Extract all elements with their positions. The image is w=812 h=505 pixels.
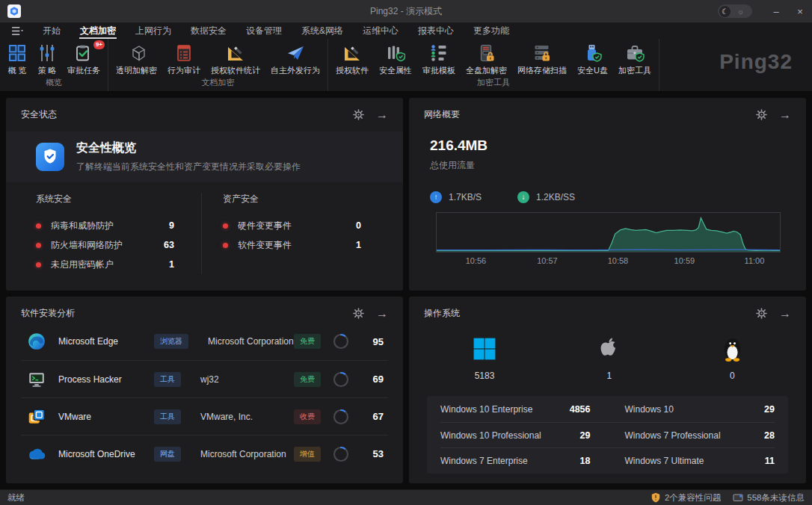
menu-tab[interactable]: 报表中心 [408, 22, 464, 39]
dashboard: 安全状态 → 安全性概览 了解终端当前系统安全性和资产变更情况并采取必要操作 系… [0, 92, 812, 489]
upload-speed: ↑ 1.7KB/S [430, 191, 482, 203]
status-ready: 就绪 [7, 492, 25, 504]
software-score: 69 [360, 374, 384, 385]
gear-icon[interactable] [353, 308, 364, 319]
software-row[interactable]: Process Hacker 工具 wj32 免费 69 [21, 360, 388, 397]
os-summary-item: 5183 [472, 336, 497, 381]
fence-shield-icon [386, 43, 405, 63]
windows-icon [472, 336, 497, 362]
ribbon-button[interactable]: 透明加解密 [111, 43, 162, 76]
unread-messages[interactable]: 558条未读信息 [733, 492, 805, 504]
os-version-count: 18 [580, 456, 591, 466]
gear-icon[interactable] [756, 308, 767, 319]
shield-warning-icon [650, 492, 661, 503]
software-vendor: wj32 [200, 374, 294, 385]
security-metric-row[interactable]: 病毒和威胁防护 9 [36, 216, 174, 235]
menu-tab[interactable]: 运维中心 [353, 22, 408, 39]
metric-value: 0 [356, 220, 361, 231]
software-score: 67 [360, 411, 384, 422]
main-menu-button[interactable] [7, 26, 27, 36]
arrow-right-icon[interactable]: → [779, 109, 791, 121]
security-metric-row[interactable]: 防火墙和网络防护 63 [36, 235, 174, 255]
ribbon-button[interactable]: 审批任务 9+ [62, 43, 105, 76]
theme-toggle[interactable]: ☾ ☼ [718, 4, 752, 18]
ribbon-button[interactable]: 安全U盘 [572, 43, 613, 76]
software-row[interactable]: VMware 工具 VMware, Inc. 收费 67 [21, 397, 388, 435]
price-badge: 免费 [294, 334, 321, 349]
x-tick-label: 10:58 [608, 256, 629, 265]
os-version-count: 29 [764, 404, 775, 415]
os-version-count: 28 [764, 430, 775, 441]
ribbon-group: 透明加解密 行为审计 授权软件统计 自主外发行为 文档加密 [108, 39, 328, 91]
window-controls: ☾ ☼ – × [718, 0, 812, 22]
panel-title: 网络概要 [424, 108, 460, 121]
ribbon-button[interactable]: 加密工具 [613, 43, 656, 76]
gear-icon[interactable] [353, 109, 364, 120]
software-row[interactable]: Microsoft OneDrive 网盘 Microsoft Corporat… [21, 435, 388, 472]
os-version-label: Windows 7 Professional [625, 430, 721, 441]
software-name: VMware [58, 412, 154, 422]
ribbon: 概 览 策 略 审批任务 9+ 概览 透明加解密 行为审计 授权软件统计 自主外… [0, 39, 812, 92]
menu-tab[interactable]: 更多功能 [464, 22, 519, 39]
menu-tab[interactable]: 文档加密 [70, 22, 126, 39]
ribbon-button[interactable]: 全盘加解密 [461, 43, 512, 76]
org-template-icon [429, 43, 449, 63]
os-version-label: Windows 7 Ultimate [625, 456, 704, 466]
ribbon-button[interactable]: 审批模板 [417, 43, 461, 76]
menu-tabs: 开始文档加密上网行为数据安全设备管理系统&网络运维中心报表中心更多功能 [33, 22, 519, 39]
arrow-right-icon[interactable]: → [376, 308, 388, 320]
moon-icon: ☾ [719, 6, 731, 17]
close-button[interactable]: × [788, 0, 812, 22]
metric-value: 1 [356, 240, 361, 250]
titlebar: Ping32 - 演示模式 ☾ ☼ – × [0, 0, 812, 22]
os-count: 1 [607, 371, 612, 381]
ribbon-button[interactable]: 行为审计 [162, 43, 206, 76]
software-list: Microsoft Edge 浏览器 Microsoft Corporation… [21, 323, 388, 472]
ribbon-group: 授权软件 安全属性 审批模板 全盘加解密 网络存储扫描 安全U盘 加密工具 加密… [328, 39, 659, 91]
software-name: Microsoft OneDrive [58, 449, 154, 459]
app-window: Ping32 - 演示模式 ☾ ☼ – × 开始文档加密上网行为数据安全设备管理… [0, 0, 812, 505]
download-arrow-icon: ↓ [517, 191, 529, 203]
ribbon-button[interactable]: 策 略 [32, 43, 62, 76]
arrow-right-icon[interactable]: → [779, 308, 791, 320]
menu-tab[interactable]: 上网行为 [126, 22, 181, 39]
metric-value: 63 [164, 240, 174, 250]
ribbon-button[interactable]: 授权软件统计 [206, 43, 265, 76]
software-score: 95 [360, 336, 384, 347]
download-speed: ↓ 1.2KB/SS [517, 191, 575, 203]
chart-x-axis: 10:5610:5710:5810:5911:00 [436, 256, 781, 268]
security-metric-row[interactable]: 硬件变更事件 0 [223, 216, 361, 235]
download-speed-value: 1.2KB/SS [536, 192, 575, 202]
security-metric-row[interactable]: 未启用密码帐户 1 [36, 255, 174, 274]
vmware-icon [27, 407, 46, 427]
approval-tasks-icon [74, 43, 93, 63]
os-summary: 5183 1 0 [424, 320, 791, 381]
panel-software-analysis: 软件安装分析 → Microsoft Edge 浏览器 Microsoft Co… [6, 297, 403, 483]
sliders-icon [37, 43, 57, 63]
notification-badge: 9+ [93, 40, 105, 49]
software-row[interactable]: Microsoft Edge 浏览器 Microsoft Corporation… [21, 323, 388, 360]
x-tick-label: 10:56 [466, 256, 487, 265]
compatibility-issues[interactable]: 2个兼容性问题 [650, 492, 721, 504]
progress-ring [333, 371, 349, 388]
ribbon-button[interactable]: 安全属性 [374, 43, 417, 76]
panel-security-status: 安全状态 → 安全性概览 了解终端当前系统安全性和资产变更情况并采取必要操作 系… [6, 98, 403, 291]
ribbon-button[interactable]: 自主外发行为 [265, 43, 325, 76]
gear-icon[interactable] [756, 109, 767, 120]
menubar: 开始文档加密上网行为数据安全设备管理系统&网络运维中心报表中心更多功能 [0, 22, 812, 39]
ribbon-button[interactable]: 概 览 [2, 43, 32, 76]
software-name: Microsoft Edge [58, 336, 154, 347]
menu-tab[interactable]: 系统&网络 [292, 22, 353, 39]
security-overview-subtitle: 了解终端当前系统安全性和资产变更情况并采取必要操作 [76, 161, 301, 173]
price-badge: 收费 [294, 409, 321, 424]
minimize-button[interactable]: – [764, 0, 788, 22]
ribbon-button[interactable]: 网络存储扫描 [512, 43, 572, 76]
arrow-right-icon[interactable]: → [376, 109, 388, 121]
ribbon-button[interactable]: 授权软件 [330, 43, 374, 76]
security-column: 系统安全 病毒和威胁防护 9 防火墙和网络防护 63 未启用密码帐户 1 [21, 193, 201, 274]
message-icon [733, 492, 743, 503]
menu-tab[interactable]: 设备管理 [236, 22, 292, 39]
security-metric-row[interactable]: 软件变更事件 1 [223, 235, 361, 255]
menu-tab[interactable]: 数据安全 [181, 22, 236, 39]
menu-tab[interactable]: 开始 [33, 22, 70, 39]
